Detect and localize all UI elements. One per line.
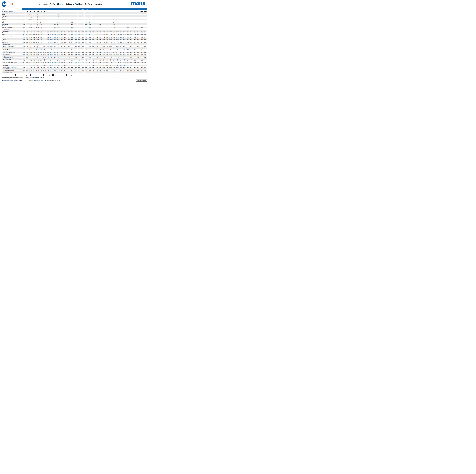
wavy-line: ≀: [23, 14, 24, 15]
time-cell: 13.30: [88, 28, 91, 30]
stop-name: - Karlstraße/Rolandstraße: [2, 57, 22, 58]
time-cell: [60, 27, 64, 28]
verkehrshinweis-badges: SSSSGFSFrHSFrHS: [22, 11, 147, 12]
time-cell: ≀: [116, 65, 119, 66]
note-badge: S: [34, 11, 34, 12]
time-cell: 13.16: [85, 58, 88, 60]
time-cell: ≀: [91, 63, 95, 65]
time-cell: 13.46: [88, 62, 91, 63]
time-cell: 22.01: [136, 62, 140, 63]
time-cell: 06.53: [29, 28, 32, 30]
footer-lines: Informationen im mona Kundencenter Tel. …: [2, 77, 147, 82]
time-cell: 14.55: [98, 12, 102, 14]
time-cell: 14.32: [95, 32, 99, 33]
time-cell: 22.59: [140, 37, 144, 38]
time-cell: 13.38: [88, 45, 91, 47]
wavy-line: ≀: [117, 49, 118, 50]
time-cell: 13.33: [88, 33, 91, 35]
time-cell: 21.48: [136, 35, 140, 37]
time-cell: 08.40: [53, 50, 57, 52]
wavy-line: ≀: [107, 57, 107, 58]
footer: Informationen im mona Kundencenter Tel. …: [2, 77, 147, 82]
time-cell: [64, 17, 67, 18]
wavy-line: ≀: [103, 49, 104, 50]
time-cell: 17.15: [112, 53, 116, 55]
time-cell: 11.22: [70, 68, 74, 70]
time-cell: 16.05: [105, 38, 109, 40]
time-cell: 07.16: [39, 60, 43, 62]
time-cell: [119, 15, 123, 17]
verkehrshinweis-cell: [74, 11, 78, 12]
table-row: Öschle05.5906.3406.5706.4907.0407.0807.3…: [2, 37, 147, 38]
time-cell: 12.03: [78, 35, 81, 37]
time-cell: [43, 18, 46, 20]
time-cell: 07.33: [46, 33, 50, 35]
time-cell: 08.08: [50, 45, 53, 47]
time-cell: 07.10: [39, 42, 43, 43]
time-cell: ≀: [64, 63, 67, 65]
wavy-line: ≀: [135, 44, 135, 45]
time-cell: 10.04: [64, 37, 67, 38]
time-cell: 12.46: [81, 62, 85, 63]
time-cell: ≀: [88, 20, 91, 22]
time-cell: 12.03: [78, 33, 81, 35]
time-cell: ≀: [123, 60, 126, 62]
wavy-line: ≀: [58, 14, 59, 15]
time-cell: [67, 18, 71, 20]
table-row: - Leonhardstr.≀≀≀07.02≀≀≀≀08.17≀≀≀10.17≀…: [2, 65, 147, 66]
time-cell: 10.51: [67, 70, 71, 71]
time-cell: 16.03: [105, 35, 109, 37]
mona-logo: mona: [128, 1, 145, 5]
time-cell: [74, 14, 78, 15]
time-cell: ≀: [57, 57, 60, 58]
time-cell: 22.57: [140, 32, 144, 33]
wavy-line: ≀: [107, 64, 107, 65]
time-cell: 15.09: [98, 37, 102, 38]
time-cell: ≀: [140, 22, 144, 23]
time-cell: [78, 27, 81, 28]
time-cell: [64, 12, 67, 14]
time-cell: ≀: [109, 60, 112, 62]
table-row: - Karlstraße/Rolandstraße≀06.44≀≀≀≀07.13…: [2, 57, 147, 58]
time-cell: 11.43: [74, 55, 78, 57]
time-cell: ≀: [36, 25, 39, 27]
wavy-line: ≀: [55, 60, 55, 61]
time-cell: ≀: [36, 15, 39, 17]
time-cell: ≀: [53, 60, 57, 62]
time-cell: 08.51: [53, 70, 57, 71]
time-cell: 20.58: [133, 33, 136, 35]
wavy-line: ≀: [72, 19, 72, 20]
time-cell: 21.01: [133, 40, 136, 42]
time-cell: ≀: [70, 57, 74, 58]
time-cell: 15.15: [98, 53, 102, 55]
time-cell: 18.08: [119, 45, 123, 47]
time-cell: 13.09: [85, 37, 88, 38]
stop-name: - Weidacher Hof: [2, 43, 22, 45]
time-cell: 07.33: [46, 35, 50, 37]
time-cell: 15.41: [102, 52, 105, 53]
time-cell: [46, 27, 50, 28]
time-cell: 13.40: [88, 50, 91, 52]
time-cell: 21.05: [133, 53, 136, 55]
stop-name: - Residenz/Pfeilergraben: [2, 70, 22, 71]
time-cell: ≀: [133, 45, 136, 47]
time-cell: [25, 25, 29, 27]
time-cell: [144, 12, 147, 14]
wavy-line: ≀: [83, 49, 83, 50]
time-cell: ≀: [70, 43, 74, 45]
time-cell: 07.09: [36, 52, 39, 53]
time-cell: 18.07: [119, 43, 123, 45]
wavy-line: ≀: [138, 49, 138, 50]
time-cell: [32, 14, 36, 15]
time-cell: 06.36: [25, 40, 29, 42]
time-cell: ≀: [136, 65, 140, 66]
time-cell: [67, 17, 71, 18]
note-badge: Fr: [43, 74, 44, 76]
verkehrshinweis-cell: F: [39, 11, 43, 12]
time-cell: ≀: [22, 15, 25, 17]
time-cell: ≀: [70, 18, 74, 20]
time-cell: 23.51: [144, 40, 147, 42]
verkehrshinweis-cell: S: [43, 11, 46, 12]
time-cell: [136, 14, 140, 15]
verkehrshinweis-cell: [123, 11, 126, 12]
